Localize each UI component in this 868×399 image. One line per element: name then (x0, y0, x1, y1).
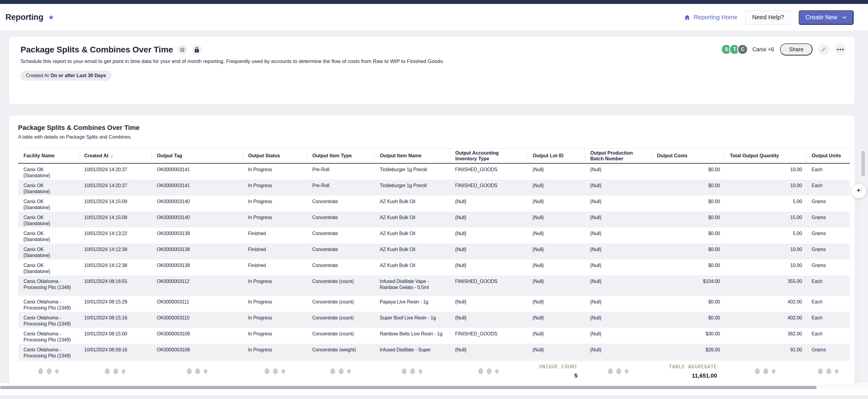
column-header-output-status[interactable]: Output Status (243, 149, 307, 163)
create-new-button[interactable]: Create New (799, 10, 854, 25)
table-cell: Rainbow Belts Live Resin - 1g (374, 328, 450, 344)
table-cell: {Null} (527, 180, 585, 195)
table-row[interactable]: Canix Oklahoma - Processing Pits (1349)1… (18, 344, 850, 360)
table-cell: Tickleburger 1g Preroll (374, 164, 450, 180)
filter-chip-created-at[interactable]: Created At On or after Last 30 Days (21, 70, 112, 81)
skeleton-dot (608, 368, 613, 374)
table-cell: $0.00 (651, 212, 724, 227)
table-cell: Tickleburger 1g Preroll (374, 180, 450, 195)
table-cell: OK0000003141 (151, 164, 243, 180)
skeleton-dot (827, 368, 831, 374)
table-cell: OK0000003108 (151, 344, 243, 360)
column-header-output-units[interactable]: Output Units (806, 149, 850, 163)
column-header-output-production-batch-number[interactable]: Output Production Batch Number (585, 149, 651, 163)
table-cell: 10/01/2024 08:16:55 (79, 275, 151, 296)
table-cell: Grams (806, 195, 850, 212)
chevron-down-icon (842, 15, 847, 20)
lock-button[interactable] (192, 44, 202, 55)
table-cell: In Progress (243, 296, 307, 312)
skeleton-dot (418, 369, 422, 374)
column-header-output-item-name[interactable]: Output Item Name (374, 149, 450, 163)
column-header-output-costs[interactable]: Output Costs (651, 149, 724, 163)
skeleton-dot (487, 368, 492, 374)
table-row[interactable]: Canix OK [Standalone]10/01/2024 14:20:37… (18, 164, 850, 180)
table-cell: OK0000003140 (151, 195, 243, 212)
vertical-scrollbar-thumb[interactable] (861, 151, 865, 176)
table-cell: 402.00 (724, 296, 806, 312)
ai-assistant-button[interactable] (852, 184, 866, 198)
table-body-scroll-area[interactable]: Canix OK [Standalone]10/01/2024 14:20:37… (18, 164, 850, 361)
need-help-button[interactable]: Need Help? (745, 10, 791, 25)
star-outline-icon (180, 47, 185, 53)
avatar[interactable]: C (737, 44, 748, 55)
loading-skeleton-dots (79, 361, 151, 382)
reporting-home-link[interactable]: Reporting Home (684, 14, 738, 21)
table-row[interactable]: Canix Oklahoma - Processing Pits (1349)1… (18, 275, 850, 296)
table-cell: Infused Distillate - Super (374, 344, 450, 360)
horizontal-scrollbar-thumb[interactable] (0, 386, 817, 389)
report-summary-card: Package Splits & Combines Over Time STC … (9, 37, 855, 104)
column-header-output-accounting-inventory-type[interactable]: Output Accounting Inventory Type (450, 149, 527, 163)
column-header-output-tag[interactable]: Output Tag (151, 149, 243, 163)
skeleton-dot (187, 368, 192, 374)
loading-skeleton-dots (18, 361, 79, 382)
table-cell: 10.00 (724, 259, 806, 275)
table-cell: Finished (243, 244, 307, 259)
column-header-total-output-quantity[interactable]: Total Output Quantity (724, 149, 806, 163)
table-cell: 10/01/2024 14:13:22 (79, 227, 151, 244)
table-cell: In Progress (243, 212, 307, 227)
column-header-facility-name[interactable]: Facility Name (18, 149, 79, 163)
loading-skeleton-dots (307, 361, 374, 382)
column-header-output-item-type[interactable]: Output Item Type (307, 149, 374, 163)
table-cell: 10.00 (724, 180, 806, 195)
table-cell: Concentrate (307, 195, 374, 212)
table-cell: FINISHED_GOODS (450, 275, 527, 296)
table-cell: OK0000003112 (151, 275, 243, 296)
edit-report-button[interactable] (818, 44, 830, 55)
favorite-report-button[interactable] (177, 44, 187, 55)
table-cell: {Null} (527, 164, 585, 180)
table-cell: {Null} (450, 344, 527, 360)
table-cell: In Progress (243, 312, 307, 328)
table-row[interactable]: Canix OK [Standalone]10/01/2024 14:12:38… (18, 259, 850, 275)
table-cell: OK0000003139 (151, 227, 243, 244)
table-cell: {Null} (527, 195, 585, 212)
table-cell: OK0000003141 (151, 180, 243, 195)
table-row[interactable]: Canix Oklahoma - Processing Pits (1349)1… (18, 312, 850, 328)
table-cell: In Progress (243, 180, 307, 195)
table-cell: Finished (243, 227, 307, 244)
table-cell: {Null} (585, 195, 651, 212)
table-cell: Grams (806, 244, 850, 259)
column-header-created-at[interactable]: Created At↓ (79, 149, 151, 163)
table-row[interactable]: Canix Oklahoma - Processing Pits (1349)1… (18, 328, 850, 344)
table-cell: 5.00 (724, 227, 806, 244)
table-row[interactable]: Canix OK [Standalone]10/01/2024 14:15:09… (18, 195, 850, 212)
table-cell: 362.00 (724, 328, 806, 344)
skeleton-dot (113, 368, 118, 374)
table-row[interactable]: Canix OK [Standalone]10/01/2024 14:13:22… (18, 227, 850, 244)
table-cell: 10/01/2024 08:09:16 (79, 344, 151, 360)
sort-descending-icon: ↓ (111, 153, 113, 158)
table-row[interactable]: Canix OK [Standalone]10/01/2024 14:12:39… (18, 244, 850, 259)
bottom-page-strip (0, 395, 868, 399)
table-row[interactable]: Canix OK [Standalone]10/01/2024 14:15:08… (18, 212, 850, 227)
share-button[interactable]: Share (780, 43, 812, 56)
column-header-output-lot-id[interactable]: Output Lot ID (527, 149, 585, 163)
table-cell: Grams (806, 259, 850, 275)
table-row[interactable]: Canix Oklahoma - Processing Pits (1349)1… (18, 296, 850, 312)
table-cell: Concentrate (count) (307, 296, 374, 312)
table-cell: OK0000003140 (151, 212, 243, 227)
table-cell: {Null} (527, 344, 585, 360)
table-cell: Each (806, 164, 850, 180)
table-cell: Each (806, 275, 850, 296)
table-cell: Infused Distillate Vape - Rainbow Gelato… (374, 275, 450, 296)
favorite-star-icon[interactable]: ★ (48, 13, 54, 21)
table-cell: 10.00 (724, 244, 806, 259)
table-cell: 10/01/2024 08:15:29 (79, 296, 151, 312)
table-cell: Canix OK [Standalone] (18, 195, 79, 212)
more-actions-button[interactable]: ••• (835, 44, 846, 55)
table-cell: Canix Oklahoma - Processing Pits (1349) (18, 296, 79, 312)
table-row[interactable]: Canix OK [Standalone]10/01/2024 14:20:37… (18, 180, 850, 195)
table-cell: 10/01/2024 14:12:38 (79, 259, 151, 275)
unique-count-value: 5 (574, 372, 578, 379)
